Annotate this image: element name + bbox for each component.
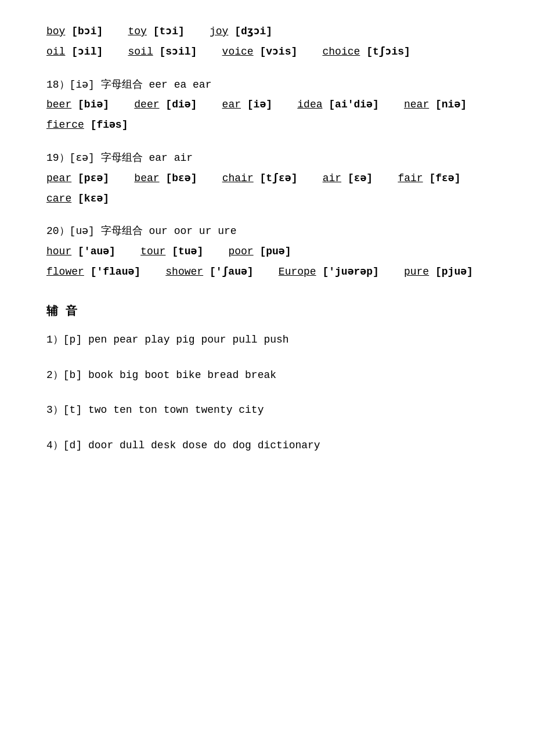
oi-line-2: oil [ɔil] soil [sɔil] voice [vɔis] choic… xyxy=(46,44,488,60)
word-tour: tour xyxy=(140,246,165,257)
word-deer: deer xyxy=(134,99,159,110)
phonetic-poor: [puə] xyxy=(259,246,291,257)
word-beer: beer xyxy=(46,99,71,110)
section-20-header: 20）[uə] 字母组合 our oor ur ure xyxy=(46,223,488,240)
phonetic-choice: [tʃɔis] xyxy=(366,46,410,57)
section-19-line-2: care [kɛə] xyxy=(46,190,488,207)
phonetic-care: [kɛə] xyxy=(78,193,109,204)
consonant-4-text: 4）[d] door dull desk dose do dog diction… xyxy=(46,440,320,451)
word-shower: shower xyxy=(165,266,203,278)
word-pear: pear xyxy=(46,172,71,184)
word-chair: chair xyxy=(222,172,254,184)
consonant-3-text: 3）[t] two ten ton town twenty city xyxy=(46,404,264,416)
section-20-line-2: flower ['flauə] shower ['ʃauə] Europe ['… xyxy=(46,264,488,280)
word-europe: Europe xyxy=(279,266,316,278)
phonetic-bear: [bɛə] xyxy=(165,172,197,184)
consonant-4: 4）[d] door dull desk dose do dog diction… xyxy=(46,437,488,454)
phonetic-hour: ['auə] xyxy=(78,246,116,257)
word-joy: joy xyxy=(210,26,228,37)
word-care: care xyxy=(46,193,71,204)
phonetic-toy: [tɔi] xyxy=(153,26,185,37)
section-18-title: 18）[iə] 字母组合 eer ea ear xyxy=(46,79,211,91)
consonant-1-text: 1）[p] pen pear play pig pour pull push xyxy=(46,334,289,345)
word-choice: choice xyxy=(323,46,360,57)
word-boy: boy xyxy=(46,26,65,37)
phonetic-flower: ['flauə] xyxy=(91,266,140,278)
phonetic-tour: [tuə] xyxy=(172,246,203,257)
word-bear: bear xyxy=(134,172,159,184)
section-19: 19）[ɛə] 字母组合 ear air pear [pɛə] bear [bɛ… xyxy=(46,150,488,207)
phonetic-europe: ['juərəp] xyxy=(322,266,378,278)
consonant-3: 3）[t] two ten ton town twenty city xyxy=(46,402,488,419)
oi-line-1: boy [bɔi] toy [tɔi] joy [dʒɔi] xyxy=(46,23,488,40)
word-idea: idea xyxy=(297,99,322,110)
phonetic-deer: [diə] xyxy=(165,99,197,110)
word-pure: pure xyxy=(404,266,429,278)
word-fair: fair xyxy=(398,172,423,184)
word-toy: toy xyxy=(128,26,146,37)
phonetic-oil: [ɔil] xyxy=(71,46,103,57)
word-soil: soil xyxy=(128,46,153,57)
word-voice: voice xyxy=(222,46,254,57)
phonetic-pear: [pɛə] xyxy=(78,172,109,184)
word-air: air xyxy=(323,172,341,184)
section-18-header: 18）[iə] 字母组合 eer ea ear xyxy=(46,77,488,93)
phonetic-idea: [ai'diə] xyxy=(329,99,378,110)
consonant-2-text: 2）[b] book big boot bike bread break xyxy=(46,369,276,381)
word-ear: ear xyxy=(222,99,241,110)
phonetic-near: [niə] xyxy=(435,99,467,110)
section-20-line-1: hour ['auə] tour [tuə] poor [puə] xyxy=(46,243,488,260)
phonetic-fair: [fɛə] xyxy=(429,172,460,184)
phonetic-ear: [iə] xyxy=(247,99,272,110)
section-19-title: 19）[ɛə] 字母组合 ear air xyxy=(46,152,193,164)
consonant-2: 2）[b] book big boot bike bread break xyxy=(46,367,488,384)
phonetic-beer: [biə] xyxy=(78,99,109,110)
word-oil: oil xyxy=(46,46,65,57)
phonetic-soil: [sɔil] xyxy=(160,46,197,57)
word-poor: poor xyxy=(228,246,253,257)
consonants-heading: 辅 音 xyxy=(46,301,488,320)
word-fierce: fierce xyxy=(46,119,84,131)
word-hour: hour xyxy=(46,246,71,257)
section-18-line-1: beer [biə] deer [diə] ear [iə] idea [ai'… xyxy=(46,96,488,113)
section-18-line-2: fierce [fiəs] xyxy=(46,117,488,134)
phonetic-air: [ɛə] xyxy=(348,172,373,184)
word-near: near xyxy=(404,99,429,110)
section-19-header: 19）[ɛə] 字母组合 ear air xyxy=(46,150,488,167)
phonetic-shower: ['ʃauə] xyxy=(210,266,254,278)
phonetic-pure: [pjuə] xyxy=(435,266,473,278)
phonetic-joy: [dʒɔi] xyxy=(234,26,272,37)
section-20-title: 20）[uə] 字母组合 our oor ur ure xyxy=(46,225,237,237)
consonants-heading-section: 辅 音 xyxy=(46,301,488,320)
section-20: 20）[uə] 字母组合 our oor ur ure hour ['auə] … xyxy=(46,223,488,280)
section-19-line-1: pear [pɛə] bear [bɛə] chair [tʃɛə] air [… xyxy=(46,170,488,187)
phonetic-voice: [vɔis] xyxy=(259,46,297,57)
section-18: 18）[iə] 字母组合 eer ea ear beer [biə] deer … xyxy=(46,77,488,134)
word-flower: flower xyxy=(46,266,84,278)
phonetic-fierce: [fiəs] xyxy=(91,119,128,131)
oi-section: boy [bɔi] toy [tɔi] joy [dʒɔi] oil [ɔil]… xyxy=(46,23,488,60)
phonetic-chair: [tʃɛə] xyxy=(260,172,298,184)
phonetic-boy: [bɔi] xyxy=(71,26,103,37)
consonant-1: 1）[p] pen pear play pig pour pull push xyxy=(46,332,488,348)
